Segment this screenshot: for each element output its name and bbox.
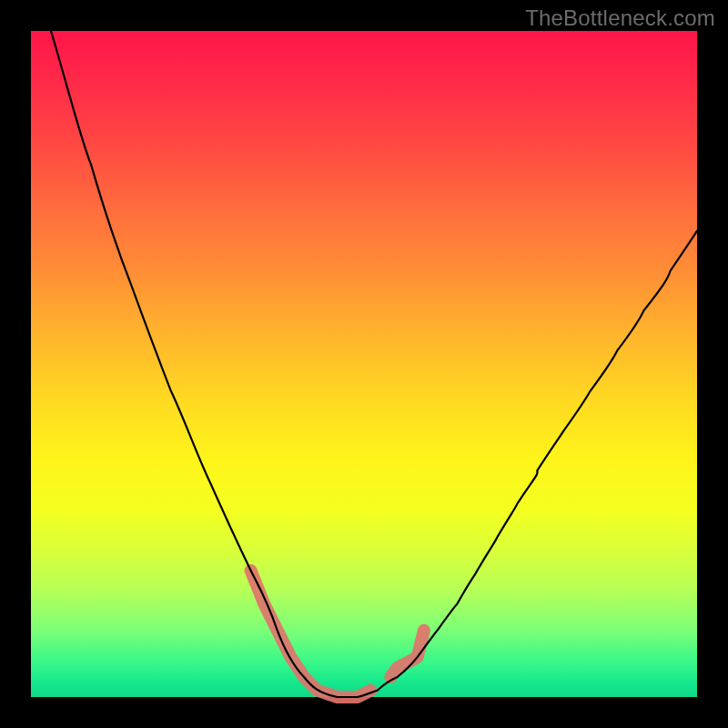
attribution-watermark: TheBottleneck.com — [525, 5, 715, 31]
bottleneck-curve — [51, 31, 697, 697]
chart-frame: TheBottleneck.com — [0, 0, 728, 728]
plot-area — [31, 31, 697, 697]
curve-highlight-trough — [251, 571, 371, 697]
bottleneck-curve-svg — [31, 31, 697, 697]
